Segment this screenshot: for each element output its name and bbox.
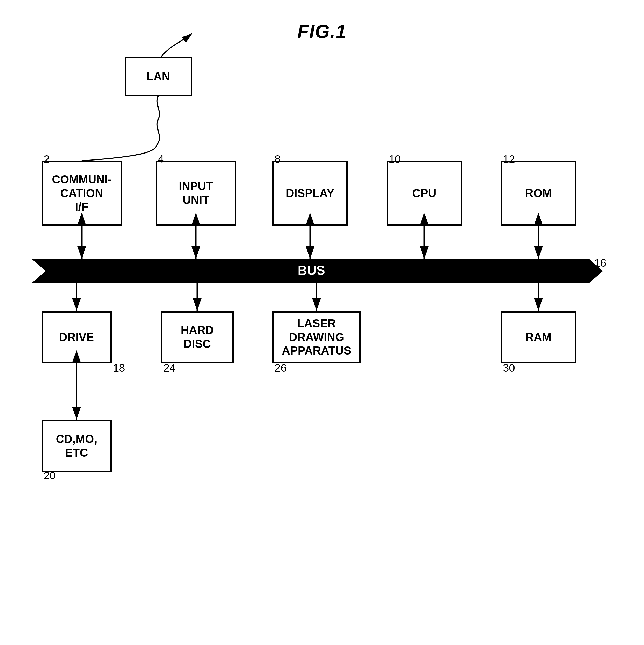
svg-marker-9 [34,260,602,282]
cpu-block: CPU [386,161,462,226]
comm-block: COMMUNI-CATIONI/F [41,161,122,226]
rom-block: ROM [501,161,576,226]
ref-drive: 18 [113,362,125,374]
ref-comm: 2 [44,153,49,166]
drive-block: DRIVE [41,311,112,363]
ref-input: 4 [158,153,164,166]
ref-display: 8 [275,153,281,166]
laser-block: LASERDRAWINGAPPARATUS [273,311,361,363]
ref-rom: 12 [503,153,515,166]
ref-ram: 30 [503,362,515,374]
display-block: DISPLAY [273,161,348,226]
page-title: FIG.1 [297,21,347,42]
ref-cpu: 10 [389,153,401,166]
cd-block: CD,MO,ETC [41,420,112,472]
ref-cd: 20 [44,469,56,482]
ref-bus: 16 [594,257,606,269]
lan-block: LAN [125,57,192,96]
harddisc-block: HARDDISC [161,311,233,363]
ram-block: RAM [501,311,576,363]
svg-text:BUS: BUS [298,263,325,278]
ref-laser: 26 [275,362,287,374]
ref-harddisc: 24 [163,362,176,374]
input-block: INPUTUNIT [156,161,236,226]
